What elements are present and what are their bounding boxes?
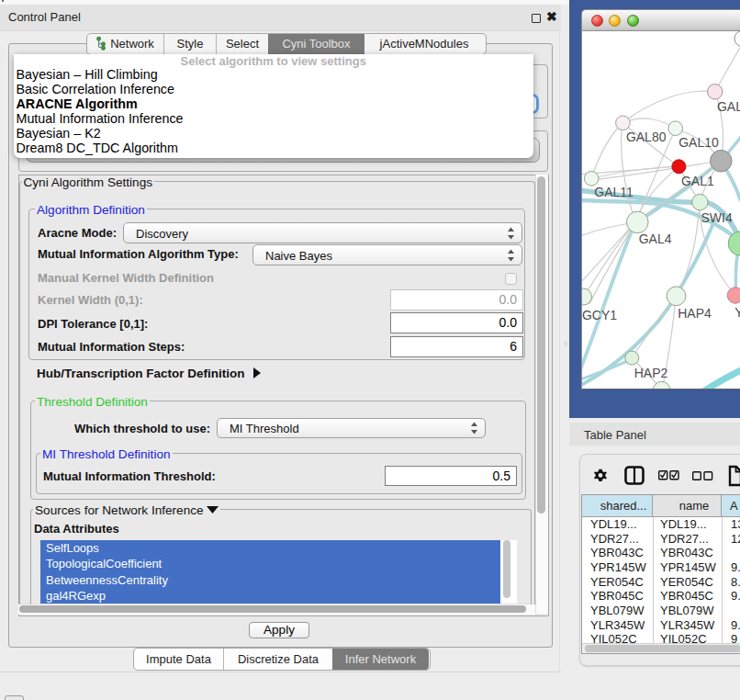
svg-text:Y: Y — [734, 305, 740, 320]
svg-text:GAL4: GAL4 — [639, 231, 672, 246]
svg-text:GCY1: GCY1 — [582, 308, 617, 322]
svg-text:GAL80: GAL80 — [626, 130, 667, 144]
svg-text:HAP4: HAP4 — [678, 306, 712, 321]
svg-text:SWI4: SWI4 — [701, 210, 732, 225]
svg-text:HAP2: HAP2 — [634, 366, 668, 380]
svg-text:GAL: GAL — [717, 99, 740, 114]
svg-text:GAL1: GAL1 — [681, 174, 714, 188]
svg-text:GAL10: GAL10 — [678, 135, 719, 150]
svg-text:GAL11: GAL11 — [594, 185, 633, 199]
